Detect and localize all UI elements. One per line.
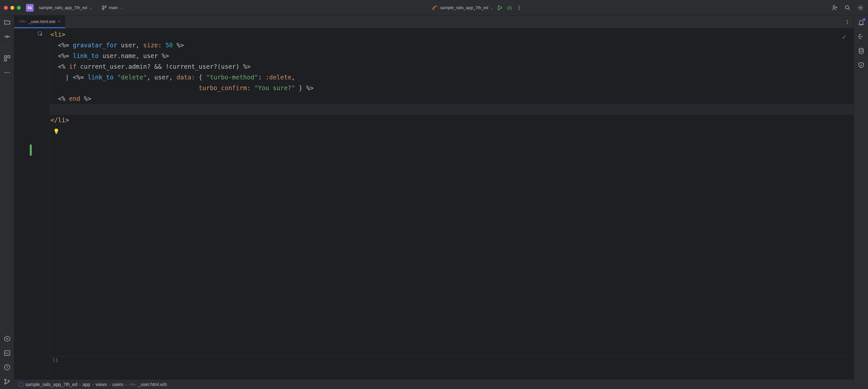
svg-point-3: [508, 6, 511, 9]
run-config-name: sample_rails_app_7th_ed: [440, 5, 488, 10]
debug-button[interactable]: [506, 4, 513, 11]
project-selector[interactable]: sample_rails_app_7th_ed ⌄: [39, 5, 93, 10]
project-name: sample_rails_app_7th_ed: [39, 5, 87, 10]
run-button[interactable]: [496, 4, 503, 11]
breadcrumb-item[interactable]: views: [96, 382, 107, 387]
git-branch-icon: [102, 5, 107, 10]
svg-point-8: [845, 5, 848, 9]
commit-tool-icon[interactable]: [4, 33, 11, 40]
erb-filetype-icon: <%>: [19, 20, 26, 23]
svg-point-5: [519, 7, 520, 8]
ai-assistant-icon[interactable]: [858, 33, 865, 40]
svg-point-10: [6, 36, 8, 37]
vcs-tool-icon[interactable]: [4, 378, 11, 385]
editor-gutter: 💡: [14, 29, 50, 379]
svg-point-25: [847, 23, 848, 24]
left-tool-rail: [0, 16, 14, 389]
module-icon: [19, 382, 23, 387]
notification-dot: [863, 18, 865, 21]
svg-point-23: [847, 20, 848, 21]
rails-icon: [432, 4, 438, 11]
code-body[interactable]: ✓ <li> <%= gravatar_for user, size: 50 %…: [50, 29, 854, 379]
navigation-breadcrumbs: sample_rails_app_7th_ed › app › views › …: [14, 379, 854, 389]
chevron-right-icon: ›: [79, 382, 81, 387]
window-controls: [4, 6, 21, 10]
svg-rect-18: [4, 351, 10, 356]
more-tools-icon[interactable]: [4, 69, 11, 76]
run-config-selector[interactable]: sample_rails_app_7th_ed ⌄: [432, 4, 494, 11]
database-tool-icon[interactable]: [858, 47, 865, 54]
svg-point-15: [6, 72, 7, 73]
breadcrumb-item[interactable]: sample_rails_app_7th_ed: [25, 382, 77, 387]
branch-name: main: [109, 5, 118, 10]
vcs-change-marker[interactable]: [30, 145, 32, 156]
minimize-window-button[interactable]: [10, 6, 14, 10]
chevron-right-icon: ›: [92, 382, 94, 387]
ai-assist-gutter-icon[interactable]: [37, 30, 43, 36]
chevron-down-icon: ⌄: [89, 5, 93, 10]
breadcrumb-item[interactable]: app: [83, 382, 90, 387]
right-tool-rail: [854, 16, 868, 389]
notifications-icon[interactable]: [858, 19, 865, 26]
structure-tool-icon[interactable]: [4, 55, 11, 62]
project-tool-icon[interactable]: [4, 19, 11, 26]
chevron-down-icon: ⌄: [490, 5, 494, 10]
search-button[interactable]: [844, 4, 851, 11]
svg-point-2: [105, 6, 106, 7]
titlebar: SE sample_rails_app_7th_ed ⌄ main ⌄ samp…: [0, 0, 868, 16]
code-editor[interactable]: 💡 ✓ <li> <%= gravatar_for user, size: 50…: [14, 29, 854, 379]
editor-breadcrumb[interactable]: li: [50, 356, 854, 364]
chevron-right-icon: ›: [125, 382, 127, 387]
svg-rect-12: [7, 56, 9, 58]
erb-filetype-icon: <%>: [129, 383, 136, 386]
project-badge: SE: [26, 4, 34, 12]
inspection-ok-icon[interactable]: ✓: [842, 32, 846, 43]
svg-point-24: [847, 21, 848, 22]
maximize-window-button[interactable]: [17, 6, 21, 10]
svg-point-4: [519, 5, 520, 6]
svg-point-16: [8, 72, 9, 73]
terminal-tool-icon[interactable]: [4, 350, 11, 357]
chevron-right-icon: ›: [109, 382, 111, 387]
svg-point-9: [860, 7, 862, 8]
svg-point-20: [4, 379, 6, 381]
tab-filename: _user.html.erb: [29, 19, 55, 24]
close-tab-icon[interactable]: ×: [58, 19, 61, 24]
settings-button[interactable]: [857, 4, 864, 11]
close-window-button[interactable]: [4, 6, 8, 10]
svg-rect-11: [4, 56, 6, 58]
more-run-options[interactable]: [516, 4, 523, 11]
problems-tool-icon[interactable]: [4, 364, 11, 371]
active-line: [50, 104, 854, 115]
editor-area: <%> _user.html.erb × 💡 ✓ <li> <%= gravat…: [14, 16, 854, 389]
run-tool-icon[interactable]: [4, 335, 11, 342]
svg-point-1: [102, 8, 104, 10]
svg-point-6: [519, 9, 520, 10]
breadcrumb-item[interactable]: _user.html.erb: [138, 382, 167, 387]
shield-tool-icon[interactable]: [858, 62, 865, 69]
editor-tab[interactable]: <%> _user.html.erb ×: [14, 16, 65, 28]
chevron-down-icon: ⌄: [120, 5, 123, 10]
code-with-me-button[interactable]: [831, 4, 838, 11]
svg-rect-13: [4, 59, 6, 61]
svg-point-0: [102, 6, 104, 7]
svg-point-22: [8, 380, 9, 382]
svg-point-28: [859, 48, 863, 50]
branch-selector[interactable]: main ⌄: [102, 5, 123, 10]
tab-options-icon[interactable]: [845, 16, 854, 28]
svg-point-14: [4, 72, 5, 73]
svg-point-21: [4, 383, 6, 384]
editor-tab-row: <%> _user.html.erb ×: [14, 16, 854, 29]
breadcrumb-item[interactable]: users: [113, 382, 123, 387]
svg-point-7: [833, 5, 835, 7]
